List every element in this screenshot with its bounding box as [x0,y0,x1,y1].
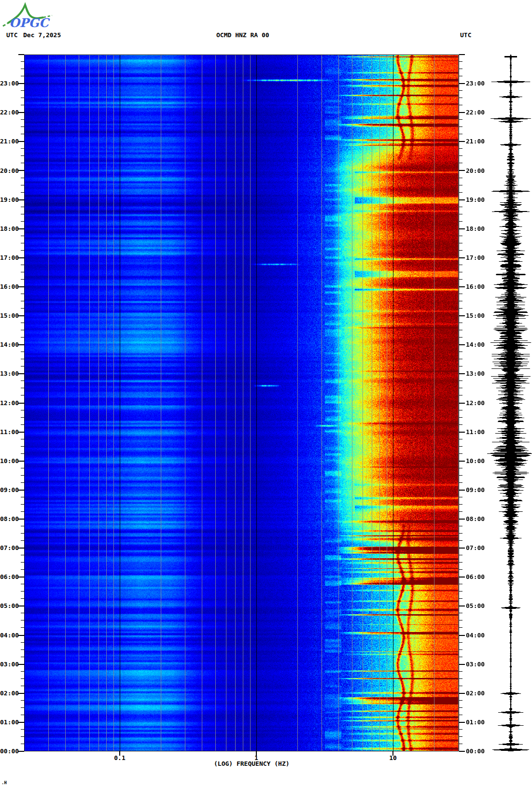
quarter-tick-right [459,250,462,251]
quarter-tick-right [459,76,462,76]
quarter-tick-right [459,504,462,505]
quarter-tick-left [21,736,24,737]
hour-tick-left [18,83,24,84]
hour-tick-left [18,373,24,374]
hour-tick-left [18,606,24,606]
quarter-tick-right [459,243,462,243]
hour-tick-left [18,693,24,694]
quarter-tick-right [459,613,462,613]
quarter-tick-left [21,417,24,418]
quarter-tick-left [21,555,24,555]
quarter-tick-right [459,337,462,338]
time-label-right: 17:00 [466,254,486,261]
hour-tick-left [18,432,24,433]
quarter-tick-right [459,155,462,156]
quarter-tick-left [21,330,24,330]
hour-tick-left [18,228,24,229]
quarter-tick-left [21,388,24,388]
time-label-left: 06:00 [0,573,18,580]
time-label-right: 06:00 [466,573,486,580]
quarter-tick-right [459,627,462,628]
quarter-tick-right [459,497,462,497]
x-axis-title: (LOG) FREQUENCY (HZ) [214,761,290,767]
quarter-tick-right [459,90,462,91]
hour-tick-left [18,664,24,665]
quarter-tick-right [459,308,462,309]
utc-label-left: UTC [6,31,17,39]
hour-tick-left [18,635,24,636]
quarter-tick-left [21,207,24,207]
quarter-tick-left [21,744,24,744]
quarter-tick-right [459,671,462,672]
quarter-tick-left [21,192,24,193]
quarter-tick-right [459,395,462,395]
hour-tick-right [459,83,465,84]
quarter-tick-left [21,446,24,447]
quarter-tick-left [21,265,24,265]
quarter-tick-left [21,76,24,76]
quarter-tick-right [459,134,462,134]
time-label-left: 16:00 [0,283,18,290]
hour-tick-left [18,490,24,491]
hour-tick-right [459,664,465,665]
quarter-tick-left [21,236,24,236]
time-label-left: 02:00 [0,690,18,697]
quarter-tick-left [21,598,24,599]
quarter-tick-left [21,105,24,105]
quarter-tick-right [459,446,462,447]
quarter-tick-left [21,584,24,584]
quarter-tick-left [21,61,24,62]
quarter-tick-right [459,562,462,563]
time-label-left: 09:00 [0,486,18,493]
time-label-right: 23:00 [466,80,486,87]
quarter-tick-left [21,185,24,185]
time-label-right: 08:00 [466,515,486,522]
time-label-right: 11:00 [466,428,486,436]
time-label-left: 00:00 [0,747,18,755]
quarter-tick-right [459,686,462,686]
hour-tick-left [18,722,24,723]
logo-text: OPGC [9,16,50,30]
opgc-logo: OPGC [1,1,64,31]
quarter-tick-right [459,279,462,280]
hour-tick-right [459,577,465,578]
time-label-left: 01:00 [0,719,18,726]
quarter-tick-right [459,715,462,715]
quarter-tick-left [21,649,24,650]
quarter-tick-left [21,134,24,134]
hour-tick-right [459,432,465,433]
quarter-tick-left [21,424,24,425]
quarter-tick-left [21,279,24,280]
hour-tick-left [18,141,24,142]
quarter-tick-left [21,272,24,272]
quarter-tick-left [21,627,24,628]
hour-tick-right [459,403,465,404]
quarter-tick-left [21,294,24,294]
time-label-right: 09:00 [466,486,486,493]
hour-tick-right [459,751,465,752]
quarter-tick-left [21,657,24,657]
quarter-tick-left [21,686,24,686]
quarter-tick-right [459,620,462,620]
hour-tick-right [459,199,465,200]
quarter-tick-left [21,707,24,708]
time-label-left: 18:00 [0,225,18,232]
quarter-tick-right [459,555,462,555]
freq-tick-label: 10 [383,754,403,761]
time-label-right: 04:00 [466,632,486,639]
quarter-tick-left [21,439,24,439]
quarter-tick-left [21,504,24,505]
hour-tick-right [459,344,465,345]
quarter-tick-left [21,155,24,156]
quarter-tick-left [21,90,24,91]
hour-tick-right [459,170,465,171]
quarter-tick-left [21,410,24,410]
quarter-tick-right [459,729,462,730]
quarter-tick-left [21,323,24,323]
quarter-tick-right [459,657,462,657]
station-title: OCMD HNZ RA 00 [216,31,269,39]
quarter-tick-left [21,533,24,534]
quarter-tick-right [459,127,462,127]
quarter-tick-right [459,540,462,541]
quarter-tick-right [459,569,462,570]
